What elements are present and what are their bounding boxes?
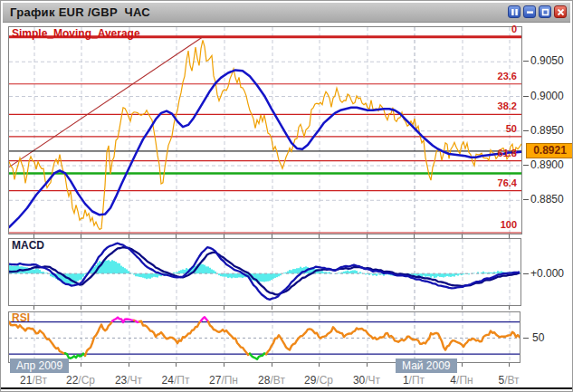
x-axis-tick xyxy=(462,306,463,310)
x-axis-day: 28 xyxy=(258,374,270,387)
month-marker-april: Апр 2009 xyxy=(10,359,69,373)
x-axis-tick xyxy=(272,234,272,238)
price-tick-label: 0.8900 xyxy=(530,158,564,171)
x-axis-label: 21/Вт xyxy=(8,374,59,387)
x-axis-weekday: /Пт xyxy=(174,374,189,387)
current-price-badge: 0.8921 xyxy=(526,143,573,158)
x-axis-tick xyxy=(176,234,177,238)
indicator-label-sma: Simple_Moving_Average xyxy=(12,27,140,40)
x-axis-label: 27/Пн xyxy=(198,374,249,387)
x-axis-day: 1 xyxy=(403,374,409,387)
macd-zero-label: +0.000 xyxy=(530,267,564,280)
x-axis-tick xyxy=(272,363,272,367)
x-axis-weekday: /Пн xyxy=(221,374,238,387)
x-axis-tick xyxy=(224,306,224,310)
x-axis-tick xyxy=(319,363,320,367)
rsi-mid-tick xyxy=(523,338,529,339)
close-button[interactable] xyxy=(554,5,567,18)
fib-level-label: 23.6 xyxy=(486,71,517,81)
x-axis-tick xyxy=(176,363,177,367)
x-axis-weekday: /Вт xyxy=(504,374,519,387)
x-axis-tick xyxy=(414,234,415,238)
x-axis-weekday: /Пт xyxy=(409,374,425,387)
x-axis-weekday: /Чт xyxy=(127,374,142,387)
window-controls xyxy=(508,5,567,18)
x-axis-tick xyxy=(81,306,81,310)
price-tick xyxy=(523,61,529,62)
macd-chart xyxy=(9,239,520,305)
rsi-panel[interactable]: RSI xyxy=(8,311,520,363)
fib-level-label: 0 xyxy=(486,24,517,34)
x-axis-tick xyxy=(129,306,129,310)
x-axis-label: 24/Пт xyxy=(150,374,201,387)
price-tick xyxy=(523,199,529,200)
x-axis-tick xyxy=(509,306,510,310)
macd-panel[interactable]: MACD xyxy=(8,238,521,306)
maximize-button[interactable] xyxy=(539,5,551,18)
x-axis-tick xyxy=(33,306,34,310)
rsi-chart xyxy=(9,312,520,362)
x-axis-tick xyxy=(129,363,129,367)
price-tick-label: 0.8850 xyxy=(530,193,564,206)
x-axis-label: 29/Ср xyxy=(293,374,344,387)
pause-button[interactable] xyxy=(508,5,520,18)
fib-level-label: 100 xyxy=(486,219,517,230)
window-title: График EUR /GBP ЧАС xyxy=(3,5,150,19)
x-axis-tick xyxy=(509,234,510,238)
price-chart-panel[interactable]: Simple_Moving_Average xyxy=(8,26,522,234)
title-bar[interactable]: График EUR /GBP ЧАС xyxy=(3,3,570,23)
x-axis-label: 28/Вт xyxy=(246,374,297,387)
x-axis-tick xyxy=(367,363,368,367)
x-axis-tick xyxy=(462,363,463,367)
price-chart xyxy=(9,27,521,234)
x-axis-weekday: /Ср xyxy=(78,374,95,387)
price-tick-label: 0.9000 xyxy=(530,90,564,102)
x-axis-tick xyxy=(414,306,415,310)
x-axis-weekday: /Ср xyxy=(316,374,333,387)
x-axis-day: 23 xyxy=(115,374,127,387)
minimize-icon xyxy=(526,8,534,16)
chart-window: График EUR /GBP ЧАС Simple_Moving_Averag… xyxy=(0,0,573,392)
x-axis-label: 30/Чт xyxy=(341,374,392,387)
fib-level-label: 38.2 xyxy=(486,100,517,111)
rsi-mid-label: 50 xyxy=(532,331,544,344)
x-axis-tick xyxy=(33,234,34,238)
x-axis-tick xyxy=(81,363,81,367)
x-axis-day: 30 xyxy=(353,374,365,387)
x-axis-tick xyxy=(176,306,177,310)
minimize-button[interactable] xyxy=(523,5,536,18)
x-axis-day: 24 xyxy=(162,374,174,387)
x-axis-label: 4/Пн xyxy=(436,374,487,387)
price-tick-label: 0.8950 xyxy=(530,124,564,137)
price-tick xyxy=(523,130,529,131)
price-tick xyxy=(523,165,529,166)
x-axis-label: 5/Вт xyxy=(483,374,534,387)
close-icon xyxy=(557,8,565,16)
x-axis-tick xyxy=(462,234,463,238)
indicator-label-macd: MACD xyxy=(12,239,44,252)
x-axis-day: 21 xyxy=(20,374,32,387)
macd-zero-tick xyxy=(523,273,529,274)
price-tick xyxy=(523,96,529,97)
x-axis-label: 22/Ср xyxy=(55,374,106,387)
fib-level-label: 61.8 xyxy=(486,148,517,158)
x-axis-weekday: /Пн xyxy=(456,374,473,387)
month-marker-may: Май 2009 xyxy=(396,359,457,373)
x-axis-tick xyxy=(367,234,368,238)
x-axis-tick xyxy=(367,306,368,310)
x-axis-weekday: /Вт xyxy=(270,374,284,387)
price-tick-label: 0.9050 xyxy=(530,54,564,67)
x-axis-label: 23/Чт xyxy=(103,374,154,387)
x-axis-day: 27 xyxy=(209,374,221,387)
x-axis-weekday: /Чт xyxy=(365,374,380,387)
fib-level-label: 50 xyxy=(486,123,517,134)
fib-level-label: 76.4 xyxy=(486,177,517,188)
x-axis-tick xyxy=(224,363,224,367)
x-axis-tick xyxy=(319,234,320,238)
x-axis-tick xyxy=(81,234,81,238)
x-axis-day: 22 xyxy=(66,374,78,387)
pause-icon xyxy=(511,8,519,16)
indicator-label-rsi: RSI xyxy=(12,311,30,324)
maximize-icon xyxy=(541,8,549,16)
x-axis-tick xyxy=(129,234,129,238)
